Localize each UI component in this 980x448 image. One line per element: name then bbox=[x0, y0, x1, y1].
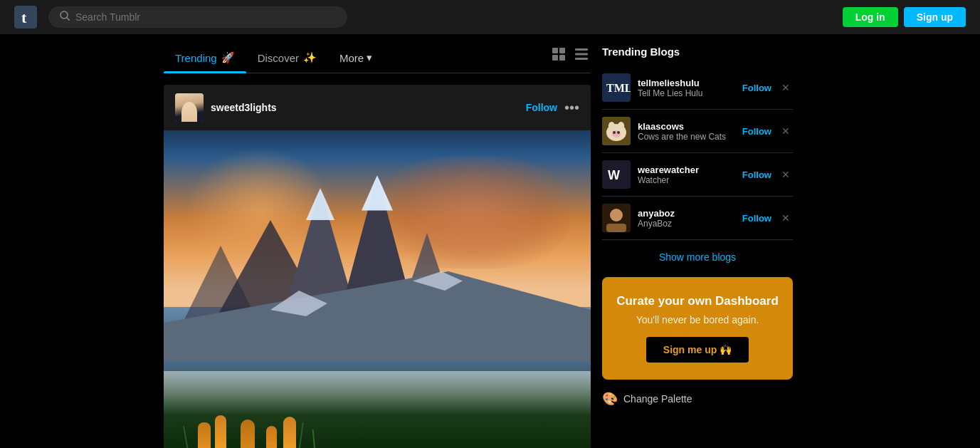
svg-rect-34 bbox=[606, 224, 626, 232]
close-button-wearewatcher[interactable]: ✕ bbox=[779, 167, 793, 182]
blog-name-tellmelieshulu: tellmelieshulu bbox=[638, 78, 735, 88]
blog-desc-wearewatcher: Watcher bbox=[638, 175, 735, 185]
tab-trending[interactable]: Trending 🚀 bbox=[164, 46, 246, 73]
blog-avatar-wearewatcher: W bbox=[602, 160, 631, 189]
discover-label: Discover bbox=[258, 52, 299, 64]
trending-blogs-title: Trending Blogs bbox=[602, 46, 793, 58]
blog-desc-anyaboz: AnyaBoz bbox=[638, 219, 735, 229]
follow-button-wearewatcher[interactable]: Follow bbox=[742, 170, 771, 180]
blog-name-wearewatcher: wearewatcher bbox=[638, 165, 735, 175]
blog-desc-tellmelieshulu: Tell Me Lies Hulu bbox=[638, 88, 735, 98]
search-icon bbox=[60, 11, 70, 24]
svg-point-28 bbox=[613, 131, 616, 134]
topnav: t Log in Sign up bbox=[0, 0, 980, 34]
svg-marker-16 bbox=[362, 175, 393, 211]
cta-subtitle: You'll never be bored again. bbox=[616, 314, 779, 325]
post-image bbox=[164, 130, 591, 448]
svg-marker-14 bbox=[306, 188, 334, 220]
blog-item-klaascows: klaascows Cows are the new Cats Follow ✕ bbox=[602, 110, 793, 153]
tab-discover[interactable]: Discover ✨ bbox=[246, 46, 328, 73]
blog-item-anyaboz: anyaboz AnyaBoz Follow ✕ bbox=[602, 197, 793, 240]
search-input[interactable] bbox=[75, 11, 336, 23]
blog-info-tellmelieshulu: tellmelieshulu Tell Me Lies Hulu bbox=[638, 78, 735, 98]
trending-emoji: 🚀 bbox=[221, 51, 235, 64]
post-header: sweetd3lights Follow ••• bbox=[164, 85, 591, 130]
svg-text:TML: TML bbox=[606, 82, 631, 94]
cta-title: Curate your own Dashboard bbox=[616, 294, 779, 308]
blog-desc-klaascows: Cows are the new Cats bbox=[638, 132, 735, 142]
blog-name-klaascows: klaascows bbox=[638, 121, 735, 132]
post-username[interactable]: sweetd3lights bbox=[211, 102, 513, 113]
show-more-blogs-button[interactable]: Show more blogs bbox=[602, 240, 793, 274]
follow-button-klaascows[interactable]: Follow bbox=[742, 126, 771, 137]
trending-label: Trending bbox=[175, 52, 217, 64]
view-toggle bbox=[551, 46, 591, 72]
follow-button-anyaboz[interactable]: Follow bbox=[742, 213, 771, 224]
svg-rect-5 bbox=[559, 48, 565, 53]
blog-info-klaascows: klaascows Cows are the new Cats bbox=[638, 121, 735, 142]
tab-more[interactable]: More ▾ bbox=[328, 46, 384, 73]
svg-line-3 bbox=[67, 18, 70, 21]
svg-rect-10 bbox=[575, 58, 588, 60]
blog-avatar-tellmelieshulu: TML bbox=[602, 73, 631, 102]
palette-label: Change Palette bbox=[623, 393, 692, 405]
post-more-options-button[interactable]: ••• bbox=[564, 100, 579, 116]
svg-rect-7 bbox=[559, 55, 565, 61]
cta-signup-button[interactable]: Sign me up 🙌 bbox=[646, 337, 749, 363]
svg-rect-6 bbox=[552, 55, 558, 61]
change-palette-button[interactable]: 🎨 Change Palette bbox=[602, 380, 793, 407]
blog-info-anyaboz: anyaboz AnyaBoz bbox=[638, 208, 735, 229]
palette-icon: 🎨 bbox=[602, 391, 618, 407]
signup-button[interactable]: Sign up bbox=[904, 7, 966, 27]
blog-name-anyaboz: anyaboz bbox=[638, 208, 735, 219]
cta-box: Curate your own Dashboard You'll never b… bbox=[602, 277, 793, 380]
svg-point-29 bbox=[617, 131, 620, 134]
login-button[interactable]: Log in bbox=[843, 7, 898, 27]
close-button-tellmelieshulu[interactable]: ✕ bbox=[779, 80, 793, 95]
close-button-anyaboz[interactable]: ✕ bbox=[779, 211, 793, 225]
tab-bar: Trending 🚀 Discover ✨ More ▾ bbox=[164, 34, 591, 73]
more-dots-icon: ••• bbox=[564, 100, 579, 115]
blog-avatar-anyaboz bbox=[602, 204, 631, 232]
grid-view-icon[interactable] bbox=[551, 46, 568, 63]
tumblr-logo[interactable]: t bbox=[14, 6, 37, 28]
post-card: sweetd3lights Follow ••• bbox=[164, 85, 591, 448]
discover-emoji: ✨ bbox=[303, 51, 317, 64]
list-view-icon[interactable] bbox=[574, 46, 591, 63]
left-sidebar bbox=[0, 34, 164, 448]
follow-button-tellmelieshulu[interactable]: Follow bbox=[742, 83, 771, 93]
center-content: Trending 🚀 Discover ✨ More ▾ bbox=[164, 34, 591, 448]
mountain-scene bbox=[164, 130, 591, 448]
svg-rect-8 bbox=[575, 48, 588, 51]
chevron-down-icon: ▾ bbox=[367, 51, 372, 64]
blog-avatar-klaascows bbox=[602, 117, 631, 145]
auth-buttons: Log in Sign up bbox=[843, 7, 966, 27]
post-follow-button[interactable]: Follow bbox=[526, 102, 557, 113]
svg-text:t: t bbox=[21, 9, 27, 26]
more-label: More bbox=[339, 52, 364, 64]
blog-item-wearewatcher: W wearewatcher Watcher Follow ✕ bbox=[602, 153, 793, 197]
post-author-avatar[interactable] bbox=[175, 93, 204, 122]
blog-item-tellmelieshulu: TML tellmelieshulu Tell Me Lies Hulu Fol… bbox=[602, 66, 793, 110]
right-sidebar: Trending Blogs TML tellmelieshulu Tell M… bbox=[591, 34, 804, 448]
main-container: Trending 🚀 Discover ✨ More ▾ bbox=[0, 34, 980, 448]
svg-rect-4 bbox=[552, 48, 558, 53]
svg-rect-9 bbox=[575, 53, 588, 56]
search-bar[interactable] bbox=[48, 6, 347, 28]
svg-point-33 bbox=[610, 209, 623, 222]
blog-info-wearewatcher: wearewatcher Watcher bbox=[638, 165, 735, 185]
close-button-klaascows[interactable]: ✕ bbox=[779, 124, 793, 138]
svg-text:W: W bbox=[608, 168, 620, 182]
